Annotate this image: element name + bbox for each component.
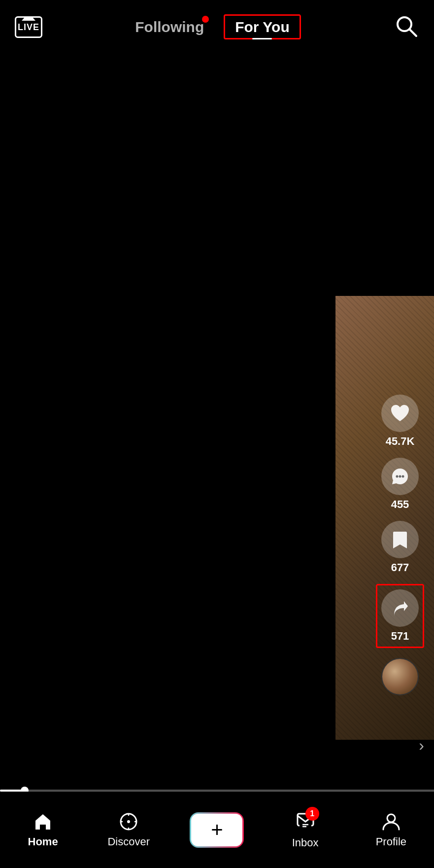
profile-icon xyxy=(381,812,401,832)
live-button[interactable]: LIVE xyxy=(15,16,42,38)
home-label: Home xyxy=(28,835,58,848)
bookmark-icon-circle xyxy=(381,521,419,558)
nav-item-discover[interactable]: Discover xyxy=(104,812,153,848)
svg-point-3 xyxy=(399,475,401,478)
like-button[interactable]: 45.7K xyxy=(381,395,419,448)
live-icon: LIVE xyxy=(15,16,42,38)
discover-icon xyxy=(119,812,138,832)
bookmark-count: 677 xyxy=(391,561,409,574)
tab-following[interactable]: Following xyxy=(135,19,204,36)
comment-icon-circle xyxy=(381,458,419,495)
home-icon xyxy=(33,812,53,832)
svg-line-1 xyxy=(409,29,416,36)
action-buttons: 45.7K 455 677 571 xyxy=(376,395,424,695)
share-icon xyxy=(389,597,411,619)
inbox-label: Inbox xyxy=(292,836,319,849)
comment-count: 455 xyxy=(391,498,409,511)
heart-icon xyxy=(389,402,411,424)
inbox-icon-wrapper: 1 xyxy=(296,811,315,832)
svg-point-15 xyxy=(387,814,395,822)
avatar-image xyxy=(382,659,418,694)
nav-item-profile[interactable]: Profile xyxy=(367,812,416,848)
profile-label: Profile xyxy=(376,835,406,848)
notification-dot xyxy=(202,16,209,23)
nav-item-inbox[interactable]: 1 Inbox xyxy=(281,811,330,849)
heart-icon-circle xyxy=(381,395,419,432)
for-you-box: For You xyxy=(224,14,301,39)
plus-icon: + xyxy=(211,820,223,840)
nav-tabs: Following For You xyxy=(135,19,301,36)
search-button[interactable] xyxy=(394,13,419,41)
share-count: 571 xyxy=(391,630,409,643)
comment-icon xyxy=(389,466,411,487)
svg-point-4 xyxy=(402,475,404,478)
svg-point-6 xyxy=(127,820,130,823)
chevron-right-icon[interactable]: › xyxy=(419,736,424,755)
creator-avatar xyxy=(381,658,419,695)
add-button[interactable]: + xyxy=(190,812,244,848)
bookmark-icon xyxy=(390,529,410,550)
top-navigation: LIVE Following For You xyxy=(0,0,434,54)
video-area[interactable] xyxy=(0,0,434,792)
live-label: LIVE xyxy=(18,22,39,33)
inbox-badge-count: 1 xyxy=(305,807,319,821)
svg-point-2 xyxy=(396,475,399,478)
bookmark-button[interactable]: 677 xyxy=(381,521,419,574)
like-count: 45.7K xyxy=(386,435,415,448)
discover-label: Discover xyxy=(107,835,150,848)
nav-item-home[interactable]: Home xyxy=(18,812,67,848)
share-icon-circle xyxy=(381,589,419,627)
tab-for-you[interactable]: For You xyxy=(224,19,301,36)
avatar-button[interactable] xyxy=(381,658,419,695)
nav-item-add[interactable]: + xyxy=(190,812,244,848)
bottom-navigation: Home Discover + 1 Inbox xyxy=(0,792,434,868)
comment-button[interactable]: 455 xyxy=(381,458,419,511)
share-button[interactable]: 571 xyxy=(376,584,424,648)
